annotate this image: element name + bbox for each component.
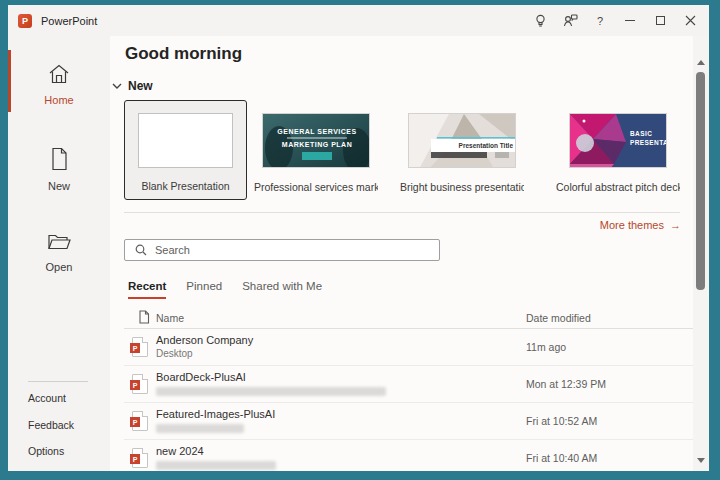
sidebar-item-home[interactable]: Home: [8, 63, 110, 106]
powerpoint-file-icon: P: [132, 448, 148, 468]
sidebar: Home New Open Account Feedback Options: [8, 36, 110, 471]
template-thumbnail: GENERAL SERVICES MARKETING PLAN: [262, 113, 370, 168]
section-divider: [124, 212, 680, 213]
svg-text:PRESENTATION: PRESENTATION: [630, 139, 667, 146]
powerpoint-window: P PowerPoint ?: [0, 0, 720, 480]
sidebar-divider: [28, 381, 88, 382]
close-icon[interactable]: [675, 5, 705, 36]
search-icon: [135, 244, 147, 256]
file-tabs: Recent Pinned Shared with Me: [128, 280, 322, 299]
new-section-header[interactable]: New: [112, 79, 153, 93]
app-title: PowerPoint: [41, 15, 97, 27]
template-bright-business[interactable]: Presentation Title Bright business prese…: [398, 100, 526, 200]
svg-text:GENERAL SERVICES: GENERAL SERVICES: [277, 128, 356, 135]
redacted-path: [156, 461, 276, 470]
file-row-boarddeck-plusai[interactable]: P BoardDeck-PlusAI Mon at 12:39 PM: [124, 366, 693, 403]
powerpoint-app-icon: P: [18, 14, 32, 28]
new-document-icon: [49, 147, 69, 171]
powerpoint-file-icon: P: [132, 374, 148, 394]
chevron-down-icon: [112, 83, 122, 89]
lightbulb-icon[interactable]: [525, 5, 555, 36]
more-themes-link[interactable]: More themes →: [600, 219, 681, 231]
file-row-anderson-company[interactable]: P Anderson Company Desktop 11m ago: [124, 329, 693, 366]
sidebar-item-new[interactable]: New: [8, 147, 110, 192]
blank-slide-thumbnail: [138, 113, 233, 168]
template-thumbnail: BASIC PRESENTATION: [569, 113, 667, 168]
template-professional-services[interactable]: GENERAL SERVICES MARKETING PLAN Professi…: [252, 100, 380, 200]
titlebar: P PowerPoint ?: [8, 5, 709, 36]
scrollbar-thumb[interactable]: [696, 72, 705, 290]
sidebar-item-account[interactable]: Account: [28, 392, 66, 404]
template-colorful-abstract[interactable]: BASIC PRESENTATION Colorful abstract pit…: [554, 100, 682, 200]
maximize-icon[interactable]: [645, 5, 675, 36]
tab-shared-with-me[interactable]: Shared with Me: [242, 280, 322, 299]
vertical-scrollbar[interactable]: [693, 36, 709, 471]
arrow-right-icon: →: [670, 219, 681, 231]
sidebar-item-feedback[interactable]: Feedback: [28, 419, 74, 431]
help-icon[interactable]: ?: [585, 5, 615, 36]
home-icon: [47, 63, 71, 85]
feedback-icon[interactable]: [555, 5, 585, 36]
template-thumbnail: Presentation Title: [408, 113, 516, 168]
template-blank-presentation[interactable]: Blank Presentation: [124, 100, 247, 200]
tab-pinned[interactable]: Pinned: [186, 280, 222, 299]
file-list-header: Name Date modified: [124, 310, 693, 328]
svg-text:Presentation Title: Presentation Title: [459, 142, 514, 149]
titlebar-buttons: ?: [525, 5, 705, 36]
file-row-new-2024[interactable]: P new 2024 Fri at 10:40 AM: [124, 440, 693, 471]
file-row-featured-images-plusai[interactable]: P Featured-Images-PlusAI Fri at 10:52 AM: [124, 403, 693, 440]
date-column-header[interactable]: Date modified: [526, 312, 591, 324]
main-content: Good morning New Blank Presentation: [110, 36, 693, 471]
tab-recent[interactable]: Recent: [128, 280, 166, 299]
redacted-path: [156, 387, 386, 396]
document-icon: [138, 310, 150, 324]
window-frame: P PowerPoint ?: [8, 5, 709, 471]
powerpoint-file-icon: P: [132, 337, 148, 357]
open-folder-icon: [47, 232, 71, 252]
search-input[interactable]: [155, 244, 439, 256]
name-column-header[interactable]: Name: [156, 312, 184, 324]
scroll-up-arrow-icon[interactable]: [697, 60, 705, 65]
svg-text:BASIC: BASIC: [630, 130, 652, 137]
scroll-down-arrow-icon[interactable]: [697, 458, 705, 463]
sidebar-item-options[interactable]: Options: [28, 445, 64, 457]
greeting-heading: Good morning: [125, 44, 242, 64]
minimize-icon[interactable]: [615, 5, 645, 36]
redacted-path: [156, 424, 244, 433]
search-box[interactable]: [124, 239, 440, 261]
powerpoint-file-icon: P: [132, 411, 148, 431]
sidebar-item-open[interactable]: Open: [8, 232, 110, 273]
svg-text:MARKETING PLAN: MARKETING PLAN: [282, 141, 352, 148]
